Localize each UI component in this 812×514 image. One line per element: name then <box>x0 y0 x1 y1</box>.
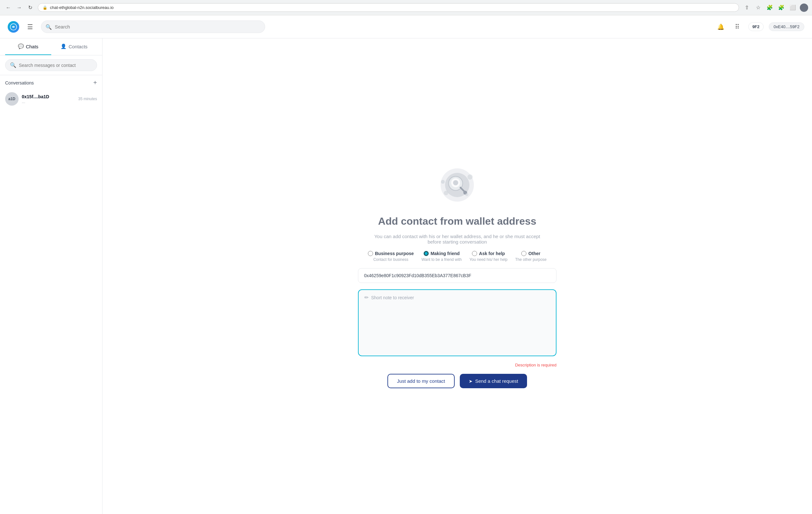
conversations-header: Conversations + <box>0 75 102 89</box>
sidebar: 💬 Chats 👤 Contacts 🔍 Conversations + <box>0 38 103 514</box>
radio-option-business[interactable]: Business purpose Contact for business <box>368 251 414 262</box>
window-button[interactable]: ⬜ <box>788 3 797 12</box>
conversations-title: Conversations <box>5 80 34 86</box>
global-search-bar: 🔍 <box>41 21 265 33</box>
radio-friend[interactable] <box>424 251 429 256</box>
sidebar-search-container: 🔍 <box>0 55 102 75</box>
radio-business-sublabel: Contact for business <box>373 257 408 262</box>
radio-friend-sublabel: Want to be a friend with <box>422 257 462 262</box>
extension1-button[interactable]: 🧩 <box>765 3 774 12</box>
radio-option-help[interactable]: Ask for help You need his/ her help <box>469 251 508 262</box>
sidebar-search-inner: 🔍 <box>5 59 97 71</box>
sidebar-search-input[interactable] <box>19 63 92 68</box>
radio-business-label: Business purpose <box>375 251 414 256</box>
conversation-time: 35 minutes <box>78 97 97 101</box>
svg-point-8 <box>441 180 445 184</box>
url-text: chat-ethglobal-n2n.socialbureau.io <box>50 5 114 10</box>
radio-business[interactable] <box>368 251 373 256</box>
share-button[interactable]: ⇧ <box>742 3 751 12</box>
conversation-item[interactable]: a1D 0x15f....ba1D ... 35 minutes <box>0 89 102 109</box>
add-contact-button[interactable]: Just add to my contact <box>387 374 455 388</box>
svg-point-5 <box>453 180 458 185</box>
grid-button[interactable]: ⠿ <box>732 21 743 33</box>
hamburger-button[interactable]: ☰ <box>24 21 36 33</box>
top-nav: ☰ 🔍 🔔 ⠿ 9F2 0xE40....59F2 <box>0 16 812 38</box>
chrome-profile-avatar[interactable] <box>800 3 808 12</box>
radio-help-label: Ask for help <box>479 251 505 256</box>
radio-other-sublabel: The other purpose <box>515 257 547 262</box>
send-request-button[interactable]: ➤ Send a chat request <box>460 374 527 388</box>
tab-contacts[interactable]: 👤 Contacts <box>51 38 97 55</box>
extensions-button[interactable]: 🧩 <box>777 3 786 12</box>
avatar: a1D <box>5 92 19 105</box>
conversation-info: 0x15f....ba1D ... <box>22 94 75 104</box>
app-logo <box>8 21 19 33</box>
note-icon: ✏ <box>365 295 369 301</box>
note-placeholder-text: Short note to receiver <box>371 295 414 300</box>
add-contact-container: Add contact from wallet address You can … <box>358 164 556 388</box>
radio-friend-label: Making friend <box>431 251 460 256</box>
error-description: Description is required <box>515 363 556 367</box>
right-panel: Add contact from wallet address You can … <box>103 38 812 514</box>
grid-icon: ⠿ <box>735 23 740 31</box>
svg-point-10 <box>465 193 468 196</box>
note-header: ✏ Short note to receiver <box>365 295 550 301</box>
svg-point-11 <box>444 191 448 195</box>
radio-other[interactable] <box>521 251 526 256</box>
note-textarea[interactable] <box>365 303 550 351</box>
nav-right: 🔔 ⠿ 9F2 0xE40....59F2 <box>715 21 804 33</box>
wallet-address-input[interactable] <box>358 268 556 283</box>
svg-point-9 <box>467 175 473 180</box>
global-search-input[interactable] <box>41 21 265 33</box>
tab-chats[interactable]: 💬 Chats <box>5 38 51 55</box>
address-bar[interactable]: 🔒 chat-ethglobal-n2n.socialbureau.io <box>38 3 739 12</box>
conversation-name: 0x15f....ba1D <box>22 94 75 99</box>
action-buttons: Just add to my contact ➤ Send a chat req… <box>387 374 527 388</box>
contact-type-radio-group: Business purpose Contact for business Ma… <box>368 251 547 262</box>
main-content: 💬 Chats 👤 Contacts 🔍 Conversations + <box>0 38 812 514</box>
search-icon: 🔍 <box>46 24 52 30</box>
radio-option-friend[interactable]: Making friend Want to be a friend with <box>422 251 462 262</box>
bookmark-button[interactable]: ☆ <box>754 3 763 12</box>
browser-chrome: ← → ↻ 🔒 chat-ethglobal-n2n.socialbureau.… <box>0 0 812 16</box>
page-title: Add contact from wallet address <box>378 215 536 227</box>
radio-other-label: Other <box>528 251 540 256</box>
radio-option-other[interactable]: Other The other purpose <box>515 251 547 262</box>
browser-action-buttons: ⇧ ☆ 🧩 🧩 ⬜ <box>742 3 808 12</box>
chat-icon: 💬 <box>18 43 24 49</box>
notification-button[interactable]: 🔔 <box>715 21 726 33</box>
radio-help-sublabel: You need his/ her help <box>469 257 508 262</box>
lock-icon: 🔒 <box>42 5 48 10</box>
conversation-preview: ... <box>22 99 75 104</box>
note-textarea-wrapper: ✏ Short note to receiver <box>358 289 556 356</box>
back-button[interactable]: ← <box>4 3 13 12</box>
network-badge[interactable]: 9F2 <box>748 22 764 31</box>
forward-button[interactable]: → <box>15 3 24 12</box>
reload-button[interactable]: ↻ <box>26 3 35 12</box>
add-conversation-button[interactable]: + <box>93 79 97 86</box>
send-icon: ➤ <box>469 379 473 384</box>
sidebar-search-icon: 🔍 <box>10 62 16 68</box>
wallet-address-badge[interactable]: 0xE40....59F2 <box>769 22 804 31</box>
search-illustration <box>435 164 480 209</box>
browser-nav-buttons: ← → ↻ <box>4 3 35 12</box>
radio-help[interactable] <box>472 251 477 256</box>
app-container: ☰ 🔍 🔔 ⠿ 9F2 0xE40....59F2 💬 Chats 👤 <box>0 16 812 514</box>
contacts-icon: 👤 <box>60 43 67 49</box>
sidebar-tabs: 💬 Chats 👤 Contacts <box>0 38 102 55</box>
page-subtitle: You can add contact with his or her wall… <box>368 234 547 244</box>
